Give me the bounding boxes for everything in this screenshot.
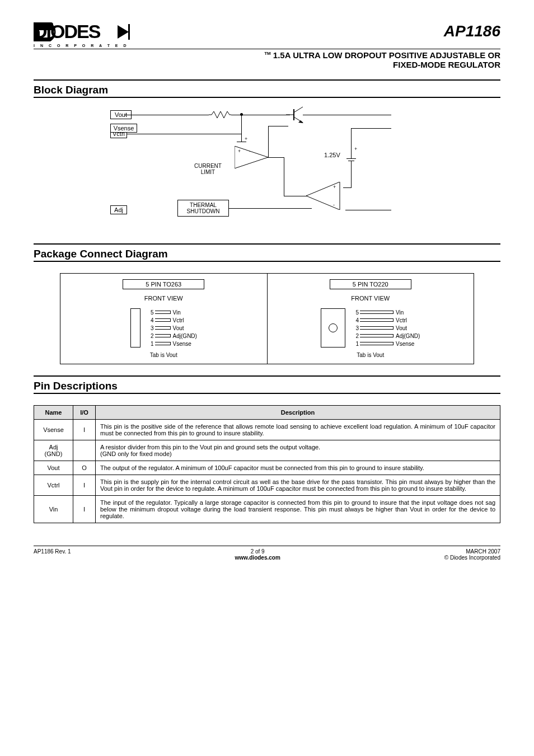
pin-stack: 5Vin 4Vctrl 3Vout 2Adj(GND) 1Vsense	[147, 308, 197, 348]
cell-name: Vctrl	[34, 475, 73, 496]
minus-label: -	[333, 202, 335, 208]
footer-copyright: © Diodes Incorporated	[444, 555, 500, 561]
current-limit-label: CURRENT LIMIT	[194, 163, 222, 175]
header-title-block: AP1186	[162, 22, 500, 40]
wire	[346, 158, 356, 159]
pin-row: 5Vin	[352, 308, 420, 316]
svg-marker-9	[298, 120, 303, 123]
cell-name: Vout	[34, 461, 73, 475]
adj-terminal: Adj	[110, 205, 127, 214]
pin-row: 2Adj(GND)	[352, 332, 420, 340]
wire	[343, 187, 352, 188]
wire	[351, 148, 352, 158]
pin-row: 1Vsense	[147, 340, 197, 348]
pin-row: 3Vout	[352, 324, 420, 332]
wire	[268, 157, 284, 158]
cell-desc: This pin is the positive side of the ref…	[96, 420, 500, 440]
logo: DIODES I N C O R P O R A T E D	[34, 22, 162, 48]
pin-num: 5	[352, 309, 359, 316]
footer-left: AP1186 Rev. 1	[34, 548, 71, 561]
section-title-pin-desc: Pin Descriptions	[34, 377, 500, 394]
package-diagram-row: 5 PIN TO263 FRONT VIEW 5Vin 4Vctrl 3Vout…	[60, 273, 474, 364]
pin-lead	[155, 334, 171, 337]
wire	[268, 126, 269, 157]
svg-text:DIODES: DIODES	[34, 22, 101, 42]
pin-row: 2Adj(GND)	[147, 332, 197, 340]
wire	[125, 115, 209, 115]
pin-num: 4	[147, 317, 154, 323]
pin-label: Vsense	[396, 341, 414, 347]
mounting-hole-icon	[329, 323, 338, 332]
opamp-icon	[306, 182, 345, 210]
chip-outline	[130, 308, 140, 348]
pin-stack: 5Vin 4Vctrl 3Vout 2Adj(GND) 1Vsense	[352, 308, 420, 348]
pin-label: Vctrl	[173, 317, 184, 323]
wire	[284, 196, 307, 196]
package-to220: 5 PIN TO220 FRONT VIEW 5Vin 4Vctrl 3Vout…	[268, 274, 474, 364]
table-row: Adj (GND) A resistor divider from this p…	[34, 440, 500, 461]
page-header: DIODES I N C O R P O R A T E D AP1186	[34, 22, 500, 48]
wire	[241, 115, 242, 134]
pin-label: Vout	[173, 325, 184, 331]
th-io: I/O	[73, 406, 96, 420]
tab-label: Tab is Vout	[357, 352, 384, 358]
part-number: AP1186	[162, 22, 500, 40]
diodes-logo-icon: DIODES	[34, 22, 162, 45]
cell-name-line2: (GND)	[39, 450, 68, 457]
table-row: Vout O The output of the regulator. A mi…	[34, 461, 500, 475]
pin-lead	[360, 311, 394, 314]
subtitle-line1: TM 1.5A ULTRA LOW DROPOUT POSITIVE ADJUS…	[34, 50, 500, 60]
front-view-label: FRONT VIEW	[144, 295, 183, 302]
plus-label: +	[354, 146, 357, 152]
cell-name-line1: Adj	[39, 444, 68, 450]
subtitle-text-1: 1.5A ULTRA LOW DROPOUT POSITIVE ADJUSTAB…	[273, 50, 500, 60]
cell-io: I	[73, 475, 96, 496]
footer-center: 2 of 9 www.diodes.com	[235, 548, 280, 561]
svg-rect-4	[128, 24, 130, 40]
package-to263: 5 PIN TO263 FRONT VIEW 5Vin 4Vctrl 3Vout…	[60, 274, 268, 364]
subtitle-bar: TM 1.5A ULTRA LOW DROPOUT POSITIVE ADJUS…	[34, 49, 500, 69]
wire	[345, 210, 391, 210]
pin-label: Adj(GND)	[173, 333, 197, 339]
table-row: Vctrl I This pin is the supply pin for t…	[34, 475, 500, 496]
wire	[351, 128, 391, 129]
resistor-icon	[209, 110, 231, 119]
pin-lead	[155, 311, 171, 314]
vref-label: 1.25V	[324, 152, 340, 158]
cell-io: I	[73, 420, 96, 440]
wire	[229, 208, 312, 209]
th-name: Name	[34, 406, 73, 420]
pin-row: 5Vin	[147, 308, 197, 316]
footer-url: www.diodes.com	[235, 555, 280, 561]
cell-name: Vin	[34, 496, 73, 523]
logo-tagline: I N C O R P O R A T E D	[34, 44, 162, 48]
wire	[351, 161, 352, 187]
tab-label: Tab is Vout	[150, 352, 177, 358]
vsense-terminal: Vsense	[110, 124, 137, 133]
pin-lead	[155, 318, 171, 322]
pin-num: 4	[352, 317, 359, 323]
footer-right: MARCH 2007 © Diodes Incorporated	[444, 548, 500, 561]
cell-io: I	[73, 496, 96, 523]
pin-row: 3Vout	[147, 324, 197, 332]
section-title-block-diagram: Block Diagram	[34, 81, 500, 98]
plus-label: +	[238, 148, 241, 154]
pin-row: 4Vctrl	[352, 316, 420, 324]
th-desc: Description	[96, 406, 500, 420]
block-diagram: Vin Vctrl Vout Vsense Adj + + - CURRENT …	[110, 109, 424, 232]
cell-desc-line1: A resistor divider from this pin to the …	[100, 444, 495, 450]
pin-num: 5	[147, 309, 154, 316]
cell-desc: A resistor divider from this pin to the …	[96, 440, 500, 461]
pin-num: 2	[352, 333, 359, 339]
cell-io: O	[73, 461, 96, 475]
pin-label: Vsense	[173, 341, 191, 347]
pin-num: 3	[147, 325, 154, 331]
svg-marker-3	[118, 25, 129, 39]
plus-label: +	[245, 136, 247, 142]
pin-num: 1	[147, 341, 154, 347]
pin-label: Vin	[396, 309, 404, 316]
table-header-row: Name I/O Description	[34, 406, 500, 420]
footer-page: 2 of 9	[235, 548, 280, 555]
cell-name: Vsense	[34, 420, 73, 440]
pin-lead	[360, 342, 394, 345]
